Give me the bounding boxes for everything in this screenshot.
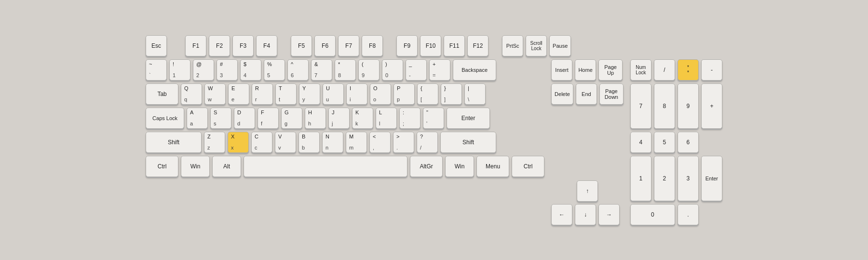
key-1[interactable]: ! 1 xyxy=(169,59,190,81)
key-win-right[interactable]: Win xyxy=(445,156,474,177)
key-f12[interactable]: F12 xyxy=(467,35,488,56)
key-num-enter[interactable]: Enter xyxy=(701,156,722,201)
key-num-lock[interactable]: NumLock xyxy=(630,59,651,81)
key-rbracket[interactable]: } ] xyxy=(441,83,462,105)
key-esc[interactable]: Esc xyxy=(146,35,167,56)
key-num-1[interactable]: 1 xyxy=(630,156,651,201)
key-pause[interactable]: Pause xyxy=(549,35,571,56)
key-r[interactable]: R r xyxy=(252,83,273,105)
key-num-7[interactable]: 7 xyxy=(630,83,651,129)
key-backtick[interactable]: ~ ` xyxy=(146,59,167,81)
key-f10[interactable]: F10 xyxy=(420,35,441,56)
key-prtsc[interactable]: PrtSc xyxy=(502,35,523,56)
key-j[interactable]: J j xyxy=(328,108,350,129)
key-scrlk[interactable]: ScrollLock xyxy=(526,35,547,56)
key-num-star[interactable]: ** xyxy=(678,59,699,81)
key-y[interactable]: Y y xyxy=(299,83,320,105)
key-arrow-right[interactable]: → xyxy=(598,204,620,225)
key-arrow-down[interactable]: ↓ xyxy=(575,204,596,225)
key-delete[interactable]: Delete xyxy=(551,83,573,105)
key-backslash[interactable]: | \ xyxy=(464,83,486,105)
key-f4[interactable]: F4 xyxy=(256,35,277,56)
key-v[interactable]: V v xyxy=(275,132,296,153)
key-f7[interactable]: F7 xyxy=(338,35,359,56)
key-num-minus[interactable]: - xyxy=(701,59,722,81)
key-period[interactable]: > . xyxy=(393,132,414,153)
key-backspace[interactable]: Backspace xyxy=(453,59,496,81)
key-2[interactable]: @ 2 xyxy=(193,59,214,81)
key-3[interactable]: # 3 xyxy=(217,59,238,81)
key-home[interactable]: Home xyxy=(575,59,596,81)
key-f9[interactable]: F9 xyxy=(396,35,418,56)
key-c[interactable]: C c xyxy=(251,132,272,153)
key-8[interactable]: * 8 xyxy=(335,59,356,81)
key-alt-left[interactable]: Alt xyxy=(212,156,241,177)
key-win-left[interactable]: Win xyxy=(181,156,210,177)
key-f8[interactable]: F8 xyxy=(362,35,383,56)
key-tab[interactable]: Tab xyxy=(146,83,178,105)
key-s[interactable]: S s xyxy=(210,108,231,129)
key-num-6[interactable]: 6 xyxy=(678,132,699,153)
key-num-9[interactable]: 9 xyxy=(678,83,699,129)
key-u[interactable]: U u xyxy=(323,83,344,105)
key-f5[interactable]: F5 xyxy=(291,35,312,56)
key-shift-left[interactable]: Shift xyxy=(146,132,202,153)
key-f[interactable]: F f xyxy=(258,108,279,129)
key-num-dot[interactable]: . xyxy=(678,204,699,225)
key-num-5[interactable]: 5 xyxy=(654,132,675,153)
key-arrow-left[interactable]: ← xyxy=(551,204,572,225)
key-o[interactable]: O o xyxy=(370,83,391,105)
key-num-4[interactable]: 4 xyxy=(630,132,651,153)
key-w[interactable]: W w xyxy=(204,83,226,105)
key-6[interactable]: ^ 6 xyxy=(287,59,309,81)
key-page-down[interactable]: PageDown xyxy=(599,83,624,105)
key-a[interactable]: A a xyxy=(187,108,208,129)
key-x[interactable]: X x xyxy=(228,132,249,153)
key-semicolon[interactable]: : ; xyxy=(399,108,420,129)
key-insert[interactable]: Insert xyxy=(551,59,572,81)
key-n[interactable]: N n xyxy=(322,132,343,153)
key-f3[interactable]: F3 xyxy=(232,35,254,56)
key-num-slash[interactable]: / xyxy=(654,59,675,81)
key-0[interactable]: ) 0 xyxy=(382,59,403,81)
key-9[interactable]: ( 9 xyxy=(358,59,380,81)
key-space[interactable] xyxy=(244,156,407,177)
key-q[interactable]: Q q xyxy=(181,83,202,105)
key-num-plus[interactable]: + xyxy=(701,83,722,129)
key-end[interactable]: End xyxy=(576,83,597,105)
key-menu[interactable]: Menu xyxy=(476,156,509,177)
key-quote[interactable]: " ' xyxy=(423,108,444,129)
key-e[interactable]: E e xyxy=(228,83,249,105)
key-k[interactable]: K k xyxy=(352,108,373,129)
key-num-8[interactable]: 8 xyxy=(654,83,675,129)
key-l[interactable]: L l xyxy=(376,108,397,129)
key-f1[interactable]: F1 xyxy=(185,35,206,56)
key-i[interactable]: I i xyxy=(346,83,367,105)
key-minus[interactable]: _ - xyxy=(406,59,427,81)
key-num-3[interactable]: 3 xyxy=(678,156,699,201)
key-b[interactable]: B b xyxy=(298,132,320,153)
key-lbracket[interactable]: { [ xyxy=(417,83,438,105)
key-f6[interactable]: F6 xyxy=(314,35,336,56)
key-altgr[interactable]: AltGr xyxy=(410,156,443,177)
key-7[interactable]: & 7 xyxy=(311,59,332,81)
key-caps-lock[interactable]: Caps Lock xyxy=(146,108,184,129)
key-arrow-up[interactable]: ↑ xyxy=(577,180,598,202)
key-p[interactable]: P p xyxy=(393,83,415,105)
key-m[interactable]: M m xyxy=(346,132,367,153)
key-enter[interactable]: Enter xyxy=(447,108,490,129)
key-d[interactable]: D d xyxy=(234,108,255,129)
key-z[interactable]: Z z xyxy=(204,132,225,153)
key-4[interactable]: $ 4 xyxy=(240,59,261,81)
key-slash[interactable]: ? / xyxy=(417,132,438,153)
key-equal[interactable]: + = xyxy=(429,59,450,81)
key-g[interactable]: G g xyxy=(281,108,302,129)
key-f2[interactable]: F2 xyxy=(209,35,230,56)
key-h[interactable]: H h xyxy=(305,108,326,129)
key-num-2[interactable]: 2 xyxy=(654,156,675,201)
key-shift-right[interactable]: Shift xyxy=(440,132,496,153)
key-5[interactable]: % 5 xyxy=(264,59,285,81)
key-ctrl-left[interactable]: Ctrl xyxy=(146,156,178,177)
key-t[interactable]: T t xyxy=(275,83,297,105)
key-f11[interactable]: F11 xyxy=(444,35,465,56)
